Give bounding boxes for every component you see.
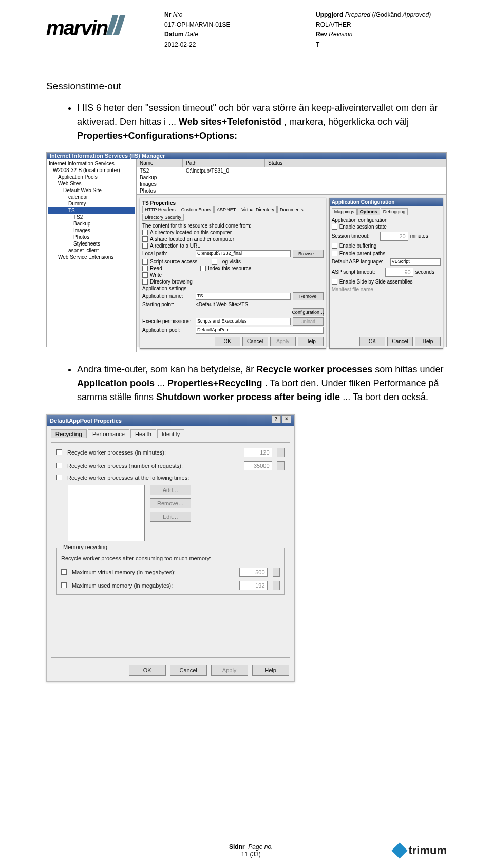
ok-button[interactable]: OK xyxy=(129,665,166,676)
screenshot-apppool-properties: DefaultAppPool Properties ? × Recycling … xyxy=(46,414,295,682)
memory-recycling-group: Memory recycling Recycle worker process … xyxy=(56,548,285,595)
spinner-icon[interactable] xyxy=(277,461,285,470)
nr-label-it: N:o xyxy=(173,11,183,18)
appr-label: (/Godkänd xyxy=(372,11,401,18)
sidnr-label: Sidnr xyxy=(229,843,245,851)
date-value: 2012-02-22 xyxy=(164,40,295,50)
checkbox[interactable] xyxy=(56,475,62,480)
edit-button: Edit… xyxy=(150,512,191,522)
rev-label-it: Revision xyxy=(329,31,352,38)
spinner-icon[interactable] xyxy=(273,581,280,590)
requests-value[interactable]: 35000 xyxy=(244,461,272,470)
logo-bars-icon xyxy=(106,15,125,35)
prep-value: ROLA/THER xyxy=(316,20,447,30)
screenshot-iis-manager: Internet Information Services (IIS) Mana… xyxy=(46,152,447,347)
document-header: marvin Nr N:o 017-OPI-MARVIN-01SE Datum … xyxy=(46,10,447,50)
rev-label: Rev xyxy=(316,31,327,38)
tab-health[interactable]: Health xyxy=(130,429,156,438)
prep-label-it: Prepared xyxy=(345,11,370,18)
iis-tree[interactable]: Internet Information Services W2008-32-B… xyxy=(47,159,137,352)
label-max-virtual: Maximum virtual memory (in megabytes): xyxy=(72,569,234,575)
times-listbox[interactable] xyxy=(68,485,145,541)
help-icon[interactable]: ? xyxy=(272,415,281,423)
rev-value: T xyxy=(316,40,447,50)
meta-block: Nr N:o 017-OPI-MARVIN-01SE Datum Date 20… xyxy=(164,10,447,50)
checkbox[interactable] xyxy=(61,582,67,588)
label-max-used: Maximum used memory (in megabytes): xyxy=(72,582,234,589)
page-footer: Sidnr Page no. 11 (33) trimum xyxy=(0,843,493,858)
app-config-dialog[interactable]: Application Configuration Mappings Optio… xyxy=(329,198,443,349)
prep-label: Uppgjord xyxy=(316,11,343,18)
dialog-titlebar[interactable]: DefaultAppPool Properties ? × xyxy=(47,415,294,426)
close-icon[interactable]: × xyxy=(282,415,291,423)
checkbox[interactable] xyxy=(61,569,67,575)
appr-label-it: Approved) xyxy=(403,11,431,18)
dialog-footer: OK Cancel Apply Help xyxy=(52,665,289,676)
tab-performance[interactable]: Performance xyxy=(88,429,129,438)
sidnr-label-it: Page no. xyxy=(248,843,273,851)
cancel-button[interactable]: Cancel xyxy=(170,665,207,676)
tab-recycling[interactable]: Recycling xyxy=(51,429,87,438)
iis-content-list[interactable]: Name Path Status TS2C:\Inetpub\TS31_0 Ba… xyxy=(137,159,446,195)
logo-text: marvin xyxy=(46,16,107,40)
diamond-icon xyxy=(392,842,408,858)
list-item: Andra time-outer, som kan ha betydelse, … xyxy=(77,363,447,404)
dialog-tabs: Recycling Performance Health Identity xyxy=(51,429,290,438)
dialog-body: Recycle worker processes (in minutes): 1… xyxy=(51,442,290,658)
bullet-list-1: I IIS 6 heter den "session timeout" och … xyxy=(46,101,447,143)
trimum-logo: trimum xyxy=(394,844,447,857)
help-button[interactable]: Help xyxy=(252,665,289,676)
date-label-it: Date xyxy=(185,31,198,38)
label-recycle-times: Recycle worker processes at the followin… xyxy=(67,475,189,481)
marvin-logo: marvin xyxy=(46,15,149,40)
checkbox[interactable] xyxy=(56,449,62,455)
spinner-icon[interactable] xyxy=(273,568,280,577)
iis-title: Internet Information Services (IIS) Mana… xyxy=(50,153,165,159)
apply-button: Apply xyxy=(211,665,248,676)
spinner-icon[interactable] xyxy=(277,448,285,457)
label-recycle-minutes: Recycle worker processes (in minutes): xyxy=(67,449,239,456)
remove-button: Remove… xyxy=(150,498,191,508)
tab-identity[interactable]: Identity xyxy=(157,429,184,438)
virtual-mem-value[interactable]: 500 xyxy=(239,568,268,577)
list-item: I IIS 6 heter den "session timeout" och … xyxy=(77,101,447,143)
label-recycle-requests: Recycle worker process (number of reques… xyxy=(67,463,239,469)
used-mem-value[interactable]: 192 xyxy=(239,581,268,590)
nr-value: 017-OPI-MARVIN-01SE xyxy=(164,20,295,30)
nr-label: Nr xyxy=(164,11,171,18)
logo-area: marvin xyxy=(46,10,149,50)
section-heading: Sessionstime-out xyxy=(46,81,447,92)
memory-recycle-text: Recycle worker process after consuming t… xyxy=(61,555,280,561)
dialog-title: DefaultAppPool Properties xyxy=(50,415,122,426)
group-label: Memory recycling xyxy=(61,544,109,550)
bullet-list-2: Andra time-outer, som kan ha betydelse, … xyxy=(46,363,447,404)
date-label: Datum xyxy=(164,31,183,38)
ts-properties-dialog[interactable]: TS Properties HTTP Headers Custom Errors… xyxy=(140,198,326,349)
minutes-value[interactable]: 120 xyxy=(244,448,272,457)
trimum-text: trimum xyxy=(408,844,447,857)
add-button: Add… xyxy=(150,485,191,495)
checkbox[interactable] xyxy=(56,463,62,468)
page-number: 11 (33) xyxy=(108,851,394,858)
